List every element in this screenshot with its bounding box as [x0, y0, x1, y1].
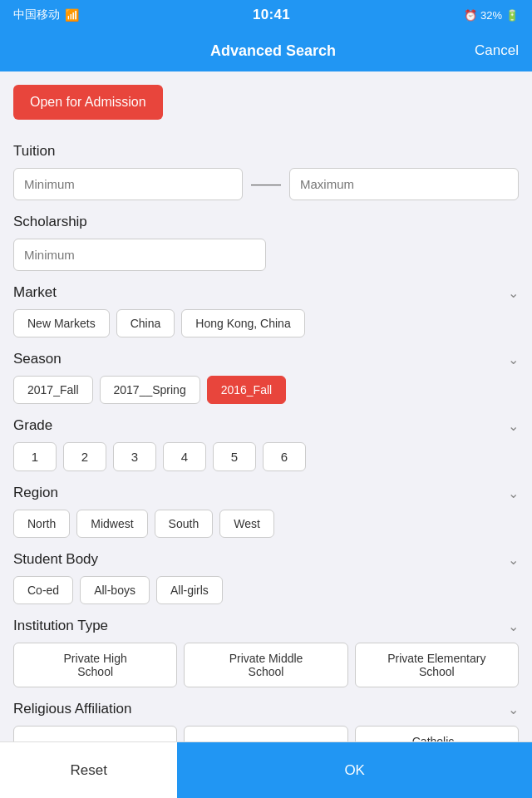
alarm-icon: ⏰ — [464, 9, 477, 22]
institution-tag-private-elementary-school[interactable]: Private ElementarySchool — [355, 643, 519, 687]
battery-text: 32% — [480, 9, 502, 22]
market-label: Market — [13, 284, 57, 301]
tuition-row: —— — [13, 168, 519, 200]
ok-button[interactable]: OK — [177, 742, 532, 798]
scholarship-min-input[interactable] — [13, 239, 266, 271]
market-chevron-icon: ⌄ — [508, 285, 519, 301]
bottom-bar: Reset OK — [0, 741, 532, 798]
status-bar-left: 中国移动 📶 — [13, 7, 79, 22]
status-bar: 中国移动 📶 10:41 ⏰ 32% 🔋 — [0, 0, 532, 30]
grade-tag-5[interactable]: 5 — [213, 442, 256, 471]
student-body-tag-allboys[interactable]: All-boys — [80, 576, 150, 604]
student-body-tag-group: Co-ed All-boys All-girls — [13, 576, 519, 604]
tuition-max-input[interactable] — [289, 168, 519, 200]
region-tag-midwest[interactable]: Midwest — [76, 510, 147, 538]
season-tag-2017spring[interactable]: 2017__Spring — [100, 376, 200, 404]
institution-type-section-header: Institution Type ⌄ — [13, 618, 519, 634]
tuition-section-header: Tuition — [13, 143, 519, 160]
content-area: Open for Admission Tuition —— Scholarshi… — [0, 71, 532, 798]
institution-type-tag-group: Private HighSchool Private MiddleSchool … — [13, 643, 519, 687]
grade-tag-group: 1 2 3 4 5 6 — [13, 442, 519, 471]
cancel-button[interactable]: Cancel — [475, 42, 519, 59]
tuition-min-input[interactable] — [13, 168, 243, 200]
nav-bar: Advanced Search Cancel — [0, 30, 532, 71]
institution-tag-private-high-school[interactable]: Private HighSchool — [13, 643, 177, 687]
grade-section-header: Grade ⌄ — [13, 417, 519, 434]
religious-affiliation-chevron-icon: ⌄ — [508, 702, 519, 717]
region-tag-south[interactable]: South — [155, 510, 214, 538]
season-tag-2017fall[interactable]: 2017_Fall — [13, 376, 93, 404]
season-chevron-icon: ⌄ — [508, 352, 519, 367]
grade-tag-4[interactable]: 4 — [163, 442, 206, 471]
institution-tag-private-middle-school[interactable]: Private MiddleSchool — [184, 643, 347, 687]
market-section-header: Market ⌄ — [13, 284, 519, 301]
region-label: Region — [13, 485, 58, 501]
market-tag-china[interactable]: China — [116, 309, 175, 337]
season-label: Season — [13, 351, 62, 367]
grade-tag-3[interactable]: 3 — [113, 442, 156, 471]
grade-chevron-icon: ⌄ — [508, 418, 519, 434]
religious-affiliation-section-header: Religious Affiliation ⌄ — [13, 701, 519, 717]
season-tag-2016fall[interactable]: 2016_Fall — [207, 376, 287, 404]
grade-tag-2[interactable]: 2 — [63, 442, 106, 471]
season-tag-group: 2017_Fall 2017__Spring 2016_Fall — [13, 376, 519, 404]
status-bar-right: ⏰ 32% 🔋 — [464, 9, 519, 22]
student-body-tag-allgirls[interactable]: All-girls — [156, 576, 223, 604]
tuition-dash: —— — [251, 175, 281, 193]
grade-tag-1[interactable]: 1 — [13, 442, 57, 471]
market-tag-group: New Markets China Hong Kong, China — [13, 309, 519, 337]
region-tag-group: North Midwest South West — [13, 510, 519, 538]
grade-label: Grade — [13, 417, 52, 434]
student-body-label: Student Body — [13, 551, 98, 568]
student-body-chevron-icon: ⌄ — [508, 552, 519, 568]
open-for-admission-button[interactable]: Open for Admission — [13, 85, 163, 120]
region-tag-north[interactable]: North — [13, 510, 70, 538]
market-tag-hongkong[interactable]: Hong Kong, China — [181, 309, 304, 337]
season-section-header: Season ⌄ — [13, 351, 519, 367]
student-body-section-header: Student Body ⌄ — [13, 551, 519, 568]
nav-title: Advanced Search — [210, 42, 336, 60]
carrier-text: 中国移动 — [13, 7, 60, 22]
tuition-label: Tuition — [13, 143, 55, 160]
scholarship-label: Scholarship — [13, 214, 87, 230]
battery-icon: 🔋 — [505, 9, 519, 22]
religious-affiliation-label: Religious Affiliation — [13, 701, 131, 717]
scholarship-section-header: Scholarship — [13, 214, 519, 230]
wifi-icon: 📶 — [65, 8, 79, 22]
grade-tag-6[interactable]: 6 — [263, 442, 306, 471]
region-section-header: Region ⌄ — [13, 485, 519, 501]
market-tag-new-markets[interactable]: New Markets — [13, 309, 110, 337]
status-bar-time: 10:41 — [253, 7, 290, 23]
student-body-tag-coed[interactable]: Co-ed — [13, 576, 73, 604]
institution-type-chevron-icon: ⌄ — [508, 618, 519, 634]
region-chevron-icon: ⌄ — [508, 485, 519, 501]
region-tag-west[interactable]: West — [219, 510, 274, 538]
reset-button[interactable]: Reset — [0, 742, 177, 798]
institution-type-label: Institution Type — [13, 618, 108, 634]
